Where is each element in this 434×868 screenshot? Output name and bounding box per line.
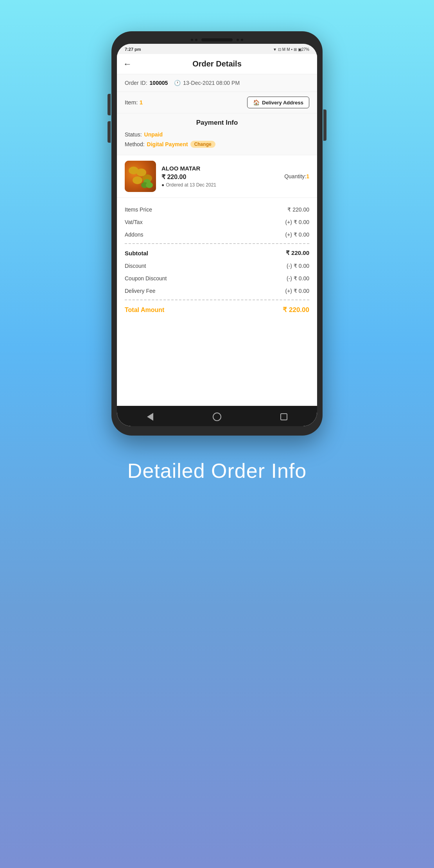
payment-status-row: Status: Unpaid [125, 131, 309, 138]
front-camera-dot [191, 39, 193, 41]
method-value: Digital Payment [147, 141, 188, 147]
status-value: Unpaid [144, 131, 163, 138]
flash-dot [241, 39, 243, 41]
page-header: ← Order Details [117, 54, 317, 74]
status-bar: 7:27 pm ▼ ⊡ M M • ⊞ ▣27% [117, 44, 317, 54]
back-button[interactable]: ← [123, 59, 132, 69]
phone-screen: 7:27 pm ▼ ⊡ M M • ⊞ ▣27% ← Order Details… [117, 44, 317, 426]
delivery-fee-row: Delivery Fee (+) ₹ 0.00 [125, 285, 309, 297]
coupon-discount-value: (-) ₹ 0.00 [287, 275, 309, 282]
mail-icon-1: M [282, 47, 285, 52]
discount-label: Discount [125, 263, 146, 269]
divider-2 [125, 299, 309, 300]
sensor-dot [195, 39, 197, 41]
addons-row: Addons (+) ₹ 0.00 [125, 228, 309, 241]
vat-value: (+) ₹ 0.00 [285, 219, 309, 225]
delivery-fee-value: (+) ₹ 0.00 [285, 288, 309, 294]
price-breakdown: Items Price ₹ 220.00 Vat/Tax (+) ₹ 0.00 … [117, 198, 317, 323]
subtotal-label: Subtotal [125, 250, 148, 256]
item-count-group: Item: 1 [125, 99, 143, 106]
order-meta: Order ID: 100005 🕐 13-Dec-2021 08:00 PM [117, 74, 317, 92]
food-name: ALOO MATAR [161, 165, 279, 172]
delivery-address-label: Delivery Address [262, 100, 303, 106]
coupon-discount-row: Coupon Discount (-) ₹ 0.00 [125, 272, 309, 285]
food-info: ALOO MATAR ₹ 220.00 ● Ordered at 13 Dec … [161, 165, 279, 188]
order-id-value: 100005 [150, 80, 168, 86]
items-price-value: ₹ 220.00 [287, 206, 309, 213]
phone-top-notch [117, 38, 317, 41]
order-id-label: Order ID: [125, 80, 147, 86]
home-nav-icon [213, 412, 221, 421]
ordered-at-label: Ordered at 13 Dec 2021 [166, 182, 216, 188]
addons-value: (+) ₹ 0.00 [285, 231, 309, 238]
back-nav-icon [147, 413, 153, 421]
volume-up-button [108, 94, 111, 115]
food-img-inner [125, 161, 156, 192]
payment-section: Payment Info Status: Unpaid Method: Digi… [117, 113, 317, 155]
status-label: Status: [125, 131, 142, 138]
vat-label: Vat/Tax [125, 219, 143, 225]
recents-nav-button[interactable] [278, 411, 289, 422]
items-price-row: Items Price ₹ 220.00 [125, 203, 309, 216]
subtotal-row: Subtotal ₹ 220.00 [125, 246, 309, 260]
total-amount-label: Total Amount [125, 307, 164, 314]
delivery-fee-label: Delivery Fee [125, 288, 156, 294]
food-price: ₹ 220.00 [161, 173, 279, 181]
delivery-address-icon: 🏠 [253, 99, 260, 106]
food-image [125, 161, 156, 192]
app-content: ← Order Details Order ID: 100005 🕐 13-De… [117, 54, 317, 406]
delivery-address-button[interactable]: 🏠 Delivery Address [247, 97, 309, 108]
quantity-value: 1 [306, 173, 309, 179]
status-time: 7:27 pm [125, 47, 141, 52]
total-amount-value: ₹ 220.00 [283, 306, 309, 314]
item-row: Item: 1 🏠 Delivery Address [117, 92, 317, 113]
subtotal-value: ₹ 220.00 [286, 249, 309, 256]
addons-label: Addons [125, 231, 143, 238]
food-quantity: Quantity:1 [284, 173, 309, 179]
bottom-caption: Detailed Order Info [127, 459, 307, 482]
phone-frame: 7:27 pm ▼ ⊡ M M • ⊞ ▣27% ← Order Details… [111, 31, 323, 436]
volume-down-button [108, 121, 111, 143]
total-amount-row: Total Amount ₹ 220.00 [125, 303, 309, 317]
status-icons: ▼ ⊡ M M • ⊞ ▣27% [273, 47, 309, 52]
items-price-label: Items Price [125, 206, 152, 213]
quantity-label: Quantity: [284, 173, 306, 179]
method-label: Method: [125, 141, 145, 147]
signal-icon: ⊡ [278, 47, 281, 52]
wifi-icon: ▼ [273, 47, 277, 52]
clock-icon: 🕐 [174, 80, 181, 86]
payment-method-row: Method: Digital Payment Change [125, 141, 309, 148]
power-button [323, 109, 326, 141]
divider-1 [125, 243, 309, 244]
phone-speaker [201, 38, 233, 41]
order-time-value: 13-Dec-2021 08:00 PM [183, 80, 240, 86]
coupon-discount-label: Coupon Discount [125, 275, 167, 282]
change-button[interactable]: Change [190, 141, 215, 148]
home-nav-button[interactable] [212, 411, 222, 422]
data-icon: ⊞ [294, 47, 297, 52]
phone-nav-bar [117, 406, 317, 426]
page-title: Order Details [192, 59, 242, 68]
vat-row: Vat/Tax (+) ₹ 0.00 [125, 216, 309, 228]
food-ordered: ● Ordered at 13 Dec 2021 [161, 182, 279, 188]
battery-icon: ▣27% [298, 47, 309, 52]
item-label: Item: [125, 99, 138, 106]
mail-icon-2: M [287, 47, 290, 52]
back-nav-button[interactable] [145, 411, 156, 422]
discount-value: (-) ₹ 0.00 [287, 263, 309, 269]
bullet-icon: ● [161, 182, 164, 188]
item-count: 1 [140, 99, 143, 106]
food-item-card: ALOO MATAR ₹ 220.00 ● Ordered at 13 Dec … [117, 155, 317, 198]
recents-nav-icon [280, 413, 287, 420]
payment-title: Payment Info [125, 119, 309, 127]
dot-indicator: • [291, 47, 292, 52]
camera-dot [237, 39, 239, 41]
discount-row: Discount (-) ₹ 0.00 [125, 260, 309, 272]
